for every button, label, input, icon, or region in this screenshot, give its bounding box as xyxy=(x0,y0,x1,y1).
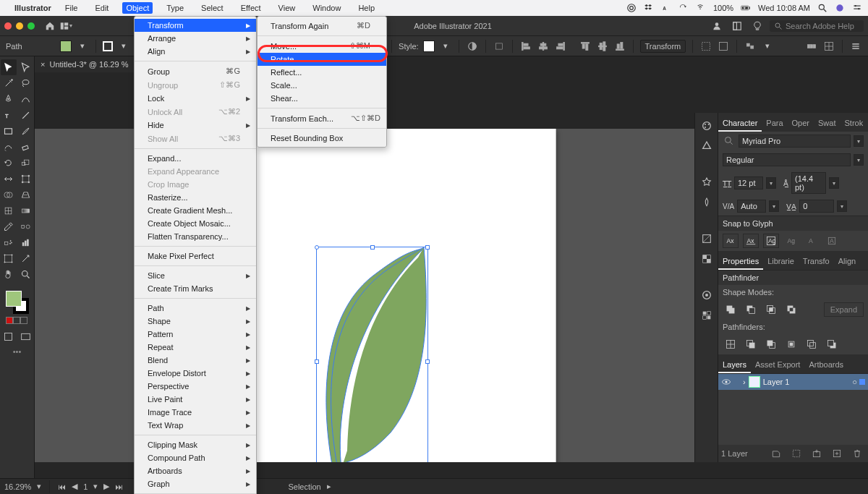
arrange-documents-icon[interactable] xyxy=(729,19,745,33)
spotlight-icon[interactable] xyxy=(817,3,827,13)
font-size-field[interactable]: 12 pt xyxy=(734,176,763,189)
layer-row[interactable]: › Layer 1 ○ xyxy=(718,374,868,390)
menuitem-clipping-mask[interactable]: Clipping Mask xyxy=(135,438,256,451)
stroke-swatch[interactable] xyxy=(103,41,113,51)
scale-tool[interactable] xyxy=(18,155,34,171)
sync-icon[interactable] xyxy=(678,3,689,13)
divide-icon[interactable] xyxy=(723,337,739,352)
menuitem-align[interactable]: Align xyxy=(135,45,256,58)
menuitem-create-gradient-mesh-[interactable]: Create Gradient Mesh... xyxy=(135,204,256,217)
tab-librarie[interactable]: Librarie xyxy=(763,254,799,270)
tracking-field[interactable]: 0 xyxy=(799,200,834,213)
select-similar-icon[interactable] xyxy=(744,40,757,53)
snap-angular-icon[interactable]: Ag xyxy=(783,234,799,248)
menu-help[interactable]: Help xyxy=(354,2,378,14)
menuitem-flatten-transparency-[interactable]: Flatten Transparency... xyxy=(135,230,256,243)
slice-tool[interactable] xyxy=(18,250,34,266)
opacity-icon[interactable] xyxy=(466,40,479,53)
appearance-panel-icon[interactable] xyxy=(701,289,712,302)
kerning-field[interactable]: Auto xyxy=(737,200,766,213)
menuitem-shear-[interactable]: Shear... xyxy=(258,92,386,105)
menuitem-transform[interactable]: Transform xyxy=(135,19,256,32)
isolate-icon[interactable] xyxy=(699,40,712,53)
menuitem-live-paint[interactable]: Live Paint xyxy=(135,393,256,406)
selection-tool[interactable] xyxy=(1,59,17,75)
fill-swatch[interactable] xyxy=(60,41,72,52)
menuitem-create-trim-marks[interactable]: Create Trim Marks xyxy=(135,282,256,295)
visibility-toggle[interactable] xyxy=(721,377,731,387)
make-clip-mask-icon[interactable] xyxy=(788,446,804,461)
locate-layer-icon[interactable] xyxy=(768,446,784,461)
menu-edit[interactable]: Edit xyxy=(91,2,112,14)
magic-wand-tool[interactable] xyxy=(1,75,17,91)
zoom-tool[interactable] xyxy=(18,266,34,282)
menuitem-artboards[interactable]: Artboards xyxy=(135,464,256,477)
menu-select[interactable]: Select xyxy=(197,2,227,14)
brushes-panel-icon[interactable] xyxy=(701,197,712,210)
direct-selection-tool[interactable] xyxy=(18,59,34,75)
tab-layers[interactable]: Layers xyxy=(718,357,751,373)
shape-builder-tool[interactable] xyxy=(1,187,17,203)
font-style-field[interactable]: Regular xyxy=(723,153,851,166)
snap-em-icon[interactable]: A xyxy=(824,234,840,248)
menu-type[interactable]: Type xyxy=(163,2,187,14)
wifi-icon[interactable] xyxy=(696,3,706,13)
menuitem-repeat[interactable]: Repeat xyxy=(135,341,256,354)
unite-icon[interactable] xyxy=(723,302,739,317)
font-search-icon[interactable] xyxy=(723,135,736,148)
tab-artboards[interactable]: Artboards xyxy=(804,357,848,373)
rotate-tool[interactable] xyxy=(1,155,17,171)
menuitem-transform-again[interactable]: Transform Again⌘D xyxy=(258,19,386,33)
home-button[interactable] xyxy=(42,19,58,33)
menuitem-reset-bounding-box[interactable]: Reset Bounding Box xyxy=(258,132,386,145)
delete-layer-icon[interactable] xyxy=(849,446,865,461)
style-dd[interactable]: ▾ xyxy=(439,40,452,53)
align-top-icon[interactable] xyxy=(579,40,592,53)
object-menu[interactable]: TransformArrangeAlignGroup⌘GUngroup⇧⌘GLo… xyxy=(134,16,257,494)
symbol-sprayer-tool[interactable] xyxy=(1,234,17,250)
menuitem-expand-[interactable]: Expand... xyxy=(135,152,256,165)
user-icon[interactable] xyxy=(709,19,725,33)
symbols-panel-icon[interactable] xyxy=(701,176,712,189)
leading-field[interactable]: (14.4 pt) xyxy=(791,172,826,194)
menuitem-group[interactable]: Group⌘G xyxy=(135,64,256,78)
transform-panel-btn[interactable]: Transform xyxy=(640,40,686,53)
cc-icon[interactable] xyxy=(626,3,637,13)
gradient-panel-icon[interactable] xyxy=(701,233,712,246)
gradient-tool[interactable] xyxy=(18,203,34,218)
snap-pixel-icon[interactable] xyxy=(822,40,835,53)
close-window[interactable] xyxy=(4,22,12,30)
layer-name[interactable]: Layer 1 xyxy=(763,378,790,386)
workspace-switcher[interactable]: ▾ xyxy=(58,19,74,33)
a-icon[interactable]: A xyxy=(661,3,671,13)
perspective-grid-tool[interactable] xyxy=(18,187,34,203)
menuitem-slice[interactable]: Slice xyxy=(135,269,256,282)
snap-xheight-icon[interactable]: Ax xyxy=(743,234,759,248)
align-vcenter-icon[interactable] xyxy=(596,40,609,53)
font-family-dd[interactable] xyxy=(854,135,864,147)
menuitem-make-pixel-perfect[interactable]: Make Pixel Perfect xyxy=(135,250,256,263)
dropbox-icon[interactable] xyxy=(644,3,654,13)
menuitem-compound-path[interactable]: Compound Path xyxy=(135,451,256,464)
expand-layer[interactable]: › xyxy=(743,378,746,386)
edit-mask-icon[interactable] xyxy=(717,40,730,53)
artboard-fwd[interactable]: ▶ xyxy=(103,482,109,491)
menu-object[interactable]: Object xyxy=(122,2,153,14)
width-tool[interactable] xyxy=(1,171,17,187)
curvature-tool[interactable] xyxy=(18,91,34,107)
tab-strok[interactable]: Strok xyxy=(840,116,867,132)
free-transform-tool[interactable] xyxy=(18,171,34,187)
menuitem-create-object-mosaic-[interactable]: Create Object Mosaic... xyxy=(135,217,256,230)
rectangle-tool[interactable] xyxy=(1,123,17,139)
menu-view[interactable]: View xyxy=(275,2,299,14)
transform-submenu[interactable]: Transform Again⌘DMove...⇧⌘MRotate...Refl… xyxy=(257,16,387,148)
snap-proximity-icon[interactable]: A xyxy=(804,234,820,248)
style-swatch[interactable] xyxy=(423,41,435,52)
type-tool[interactable]: T xyxy=(1,107,17,123)
menuitem-perspective[interactable]: Perspective xyxy=(135,380,256,393)
zoom-field[interactable]: 16.29% xyxy=(4,482,31,491)
menu-file[interactable]: File xyxy=(61,2,82,14)
intersect-icon[interactable] xyxy=(763,302,779,317)
line-tool[interactable] xyxy=(18,107,34,123)
traffic-lights[interactable] xyxy=(4,22,35,30)
